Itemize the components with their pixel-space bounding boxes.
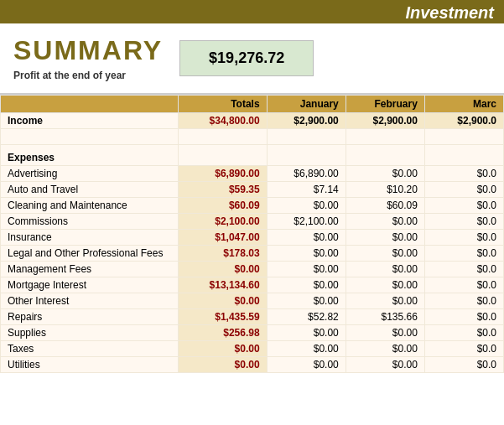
expense-feb: $0.00 bbox=[346, 214, 424, 230]
expense-jan: $0.00 bbox=[267, 357, 346, 373]
expense-totals: $0.00 bbox=[178, 293, 267, 309]
income-label: Income bbox=[1, 113, 179, 129]
page-header: Investment bbox=[0, 0, 504, 23]
expense-totals: $60.09 bbox=[178, 198, 267, 214]
expense-totals: $256.98 bbox=[178, 325, 267, 341]
expense-jan: $0.00 bbox=[267, 198, 346, 214]
expense-label: Other Interest bbox=[1, 293, 179, 309]
expense-totals: $59.35 bbox=[178, 182, 267, 198]
expense-mar: $0.0 bbox=[424, 325, 503, 341]
expense-mar: $0.0 bbox=[424, 182, 503, 198]
table-row: Mortgage Interest $13,134.60 $0.00 $0.00… bbox=[1, 277, 504, 293]
table-row: Taxes $0.00 $0.00 $0.00 $0.0 bbox=[1, 341, 504, 357]
expense-feb: $10.20 bbox=[346, 182, 424, 198]
expense-label: Advertising bbox=[1, 166, 179, 182]
table-row: Supplies $256.98 $0.00 $0.00 $0.0 bbox=[1, 325, 504, 341]
expense-mar: $0.0 bbox=[424, 198, 503, 214]
expense-mar: $0.0 bbox=[424, 293, 503, 309]
expense-jan: $0.00 bbox=[267, 230, 346, 246]
expense-jan: $7.14 bbox=[267, 182, 346, 198]
expense-mar: $0.0 bbox=[424, 309, 503, 325]
profit-label: Profit at the end of year bbox=[13, 70, 163, 81]
expense-label: Mortgage Interest bbox=[1, 277, 179, 293]
table-row: Insurance $1,047.00 $0.00 $0.00 $0.0 bbox=[1, 230, 504, 246]
table-row: Repairs $1,435.59 $52.82 $135.66 $0.0 bbox=[1, 309, 504, 325]
table-row: Cleaning and Maintenance $60.09 $0.00 $6… bbox=[1, 198, 504, 214]
income-jan: $2,900.00 bbox=[267, 113, 346, 129]
expense-totals: $13,134.60 bbox=[178, 277, 267, 293]
income-feb: $2,900.00 bbox=[346, 113, 424, 129]
expense-feb: $0.00 bbox=[346, 293, 424, 309]
expense-jan: $0.00 bbox=[267, 246, 346, 262]
profit-value: $19,276.72 bbox=[209, 49, 284, 66]
expense-jan: $2,100.00 bbox=[267, 214, 346, 230]
income-mar: $2,900.0 bbox=[424, 113, 503, 129]
table-row: Utilities $0.00 $0.00 $0.00 $0.0 bbox=[1, 357, 504, 373]
expense-label: Supplies bbox=[1, 325, 179, 341]
table-row: Advertising $6,890.00 $6,890.00 $0.00 $0… bbox=[1, 166, 504, 182]
expense-totals: $6,890.00 bbox=[178, 166, 267, 182]
expense-jan: $0.00 bbox=[267, 325, 346, 341]
expense-mar: $0.0 bbox=[424, 166, 503, 182]
profit-value-box: $19,276.72 bbox=[179, 40, 314, 76]
col-header-january: January bbox=[267, 96, 346, 113]
expense-mar: $0.0 bbox=[424, 277, 503, 293]
spacer-row bbox=[1, 129, 504, 145]
expense-mar: $0.0 bbox=[424, 341, 503, 357]
expense-mar: $0.0 bbox=[424, 357, 503, 373]
expense-totals: $1,047.00 bbox=[178, 230, 267, 246]
expense-totals: $0.00 bbox=[178, 262, 267, 277]
expense-totals: $0.00 bbox=[178, 341, 267, 357]
table-row: Auto and Travel $59.35 $7.14 $10.20 $0.0 bbox=[1, 182, 504, 198]
expense-feb: $0.00 bbox=[346, 166, 424, 182]
expense-jan: $0.00 bbox=[267, 293, 346, 309]
table-row: Management Fees $0.00 $0.00 $0.00 $0.0 bbox=[1, 262, 504, 277]
summary-title: SUMMARY bbox=[13, 35, 163, 66]
expense-feb: $0.00 bbox=[346, 325, 424, 341]
expense-label: Insurance bbox=[1, 230, 179, 246]
expense-totals: $0.00 bbox=[178, 357, 267, 373]
expenses-header-label: Expenses bbox=[1, 145, 179, 166]
table-row: Legal and Other Professional Fees $178.0… bbox=[1, 246, 504, 262]
expenses-header-row: Expenses bbox=[1, 145, 504, 166]
expense-label: Management Fees bbox=[1, 262, 179, 277]
col-header-label bbox=[1, 96, 179, 113]
expense-totals: $178.03 bbox=[178, 246, 267, 262]
expense-mar: $0.0 bbox=[424, 262, 503, 277]
expense-jan: $0.00 bbox=[267, 277, 346, 293]
expense-feb: $0.00 bbox=[346, 341, 424, 357]
col-header-february: February bbox=[346, 96, 424, 113]
summary-left: SUMMARY Profit at the end of year bbox=[13, 35, 163, 81]
expense-feb: $0.00 bbox=[346, 230, 424, 246]
expense-mar: $0.0 bbox=[424, 246, 503, 262]
expense-feb: $0.00 bbox=[346, 262, 424, 277]
expense-feb: $60.09 bbox=[346, 198, 424, 214]
expense-jan: $6,890.00 bbox=[267, 166, 346, 182]
expense-feb: $0.00 bbox=[346, 277, 424, 293]
expense-jan: $0.00 bbox=[267, 262, 346, 277]
col-header-totals: Totals bbox=[178, 96, 267, 113]
expense-jan: $0.00 bbox=[267, 341, 346, 357]
expense-feb: $0.00 bbox=[346, 246, 424, 262]
expense-feb: $135.66 bbox=[346, 309, 424, 325]
expense-label: Commissions bbox=[1, 214, 179, 230]
expense-label: Cleaning and Maintenance bbox=[1, 198, 179, 214]
table-row: Commissions $2,100.00 $2,100.00 $0.00 $0… bbox=[1, 214, 504, 230]
expense-jan: $52.82 bbox=[267, 309, 346, 325]
col-header-march: Marc bbox=[424, 96, 503, 113]
table-header-row: Totals January February Marc bbox=[1, 96, 504, 113]
expense-mar: $0.0 bbox=[424, 230, 503, 246]
income-totals: $34,800.00 bbox=[178, 113, 267, 129]
expense-totals: $2,100.00 bbox=[178, 214, 267, 230]
expense-label: Legal and Other Professional Fees bbox=[1, 246, 179, 262]
expense-mar: $0.0 bbox=[424, 214, 503, 230]
expense-label: Taxes bbox=[1, 341, 179, 357]
table-row: Other Interest $0.00 $0.00 $0.00 $0.0 bbox=[1, 293, 504, 309]
expense-label: Utilities bbox=[1, 357, 179, 373]
summary-section: SUMMARY Profit at the end of year $19,27… bbox=[0, 23, 504, 93]
expense-label: Auto and Travel bbox=[1, 182, 179, 198]
income-row: Income $34,800.00 $2,900.00 $2,900.00 $2… bbox=[1, 113, 504, 129]
expense-label: Repairs bbox=[1, 309, 179, 325]
financial-table: Totals January February Marc Income $34,… bbox=[0, 95, 504, 373]
expense-totals: $1,435.59 bbox=[178, 309, 267, 325]
